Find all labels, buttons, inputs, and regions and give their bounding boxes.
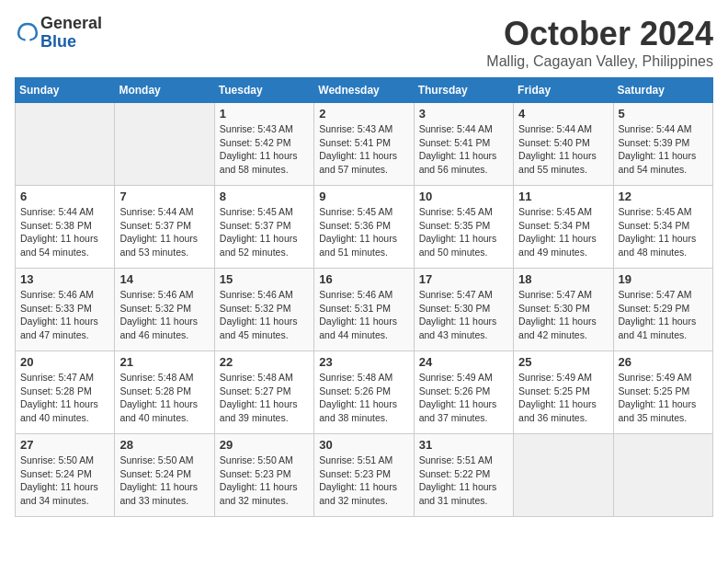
day-info: Sunrise: 5:46 AM Sunset: 5:31 PM Dayligh… (319, 288, 408, 342)
logo-general-text: General (40, 14, 102, 32)
column-header-tuesday: Tuesday (214, 78, 313, 103)
day-info: Sunrise: 5:44 AM Sunset: 5:37 PM Dayligh… (119, 205, 209, 259)
calendar-cell: 2Sunrise: 5:43 AM Sunset: 5:41 PM Daylig… (314, 103, 414, 186)
calendar-cell: 5Sunrise: 5:44 AM Sunset: 5:39 PM Daylig… (613, 103, 712, 186)
calendar-cell: 20Sunrise: 5:47 AM Sunset: 5:28 PM Dayli… (16, 351, 115, 434)
day-info: Sunrise: 5:47 AM Sunset: 5:30 PM Dayligh… (518, 288, 608, 342)
calendar-cell: 26Sunrise: 5:49 AM Sunset: 5:25 PM Dayli… (613, 351, 712, 434)
column-header-monday: Monday (115, 78, 214, 103)
month-title: October 2024 (486, 15, 713, 53)
day-info: Sunrise: 5:49 AM Sunset: 5:26 PM Dayligh… (419, 371, 508, 425)
day-info: Sunrise: 5:45 AM Sunset: 5:34 PM Dayligh… (518, 205, 608, 259)
day-info: Sunrise: 5:49 AM Sunset: 5:25 PM Dayligh… (619, 371, 708, 425)
day-info: Sunrise: 5:45 AM Sunset: 5:35 PM Dayligh… (419, 205, 508, 259)
logo-blue-text: Blue (40, 32, 76, 51)
calendar-cell: 16Sunrise: 5:46 AM Sunset: 5:31 PM Dayli… (314, 269, 414, 351)
calendar-cell: 14Sunrise: 5:46 AM Sunset: 5:32 PM Dayli… (115, 269, 214, 351)
calendar-cell: 4Sunrise: 5:44 AM Sunset: 5:40 PM Daylig… (514, 103, 613, 186)
day-number: 16 (319, 272, 408, 286)
day-number: 31 (419, 438, 508, 452)
day-info: Sunrise: 5:48 AM Sunset: 5:27 PM Dayligh… (220, 371, 309, 425)
calendar-cell: 13Sunrise: 5:46 AM Sunset: 5:33 PM Dayli… (16, 269, 115, 351)
calendar-cell (613, 434, 712, 517)
logo-icon (17, 20, 39, 42)
column-header-saturday: Saturday (613, 78, 712, 103)
calendar-cell: 11Sunrise: 5:45 AM Sunset: 5:34 PM Dayli… (514, 186, 613, 269)
week-row-2: 6Sunrise: 5:44 AM Sunset: 5:38 PM Daylig… (16, 186, 713, 269)
calendar-cell: 12Sunrise: 5:45 AM Sunset: 5:34 PM Dayli… (613, 186, 712, 269)
day-number: 9 (319, 190, 408, 203)
day-info: Sunrise: 5:45 AM Sunset: 5:36 PM Dayligh… (319, 205, 408, 259)
logo: General Blue (15, 15, 102, 52)
location-subtitle: Mallig, Cagayan Valley, Philippines (486, 53, 713, 70)
calendar-cell: 27Sunrise: 5:50 AM Sunset: 5:24 PM Dayli… (16, 434, 115, 517)
day-number: 20 (20, 355, 109, 369)
calendar-cell: 7Sunrise: 5:44 AM Sunset: 5:37 PM Daylig… (115, 186, 214, 269)
week-row-3: 13Sunrise: 5:46 AM Sunset: 5:33 PM Dayli… (16, 269, 713, 351)
day-number: 21 (119, 355, 209, 369)
calendar-header-row: SundayMondayTuesdayWednesdayThursdayFrid… (16, 78, 713, 103)
column-header-sunday: Sunday (16, 78, 115, 103)
title-block: October 2024 Mallig, Cagayan Valley, Phi… (486, 15, 713, 70)
day-info: Sunrise: 5:51 AM Sunset: 5:22 PM Dayligh… (419, 454, 508, 508)
day-info: Sunrise: 5:45 AM Sunset: 5:34 PM Dayligh… (619, 205, 708, 259)
calendar-cell: 9Sunrise: 5:45 AM Sunset: 5:36 PM Daylig… (314, 186, 414, 269)
day-number: 1 (220, 107, 309, 121)
calendar-cell: 23Sunrise: 5:48 AM Sunset: 5:26 PM Dayli… (314, 351, 414, 434)
calendar-cell: 25Sunrise: 5:49 AM Sunset: 5:25 PM Dayli… (514, 351, 613, 434)
column-header-friday: Friday (514, 78, 613, 103)
calendar-cell: 17Sunrise: 5:47 AM Sunset: 5:30 PM Dayli… (414, 269, 513, 351)
day-info: Sunrise: 5:50 AM Sunset: 5:24 PM Dayligh… (20, 454, 109, 508)
calendar-cell: 24Sunrise: 5:49 AM Sunset: 5:26 PM Dayli… (414, 351, 513, 434)
calendar-cell: 28Sunrise: 5:50 AM Sunset: 5:24 PM Dayli… (115, 434, 214, 517)
day-info: Sunrise: 5:49 AM Sunset: 5:25 PM Dayligh… (518, 371, 608, 425)
column-header-thursday: Thursday (414, 78, 513, 103)
page-header: General Blue October 2024 Mallig, Cagaya… (15, 15, 713, 70)
day-number: 22 (220, 355, 309, 369)
day-info: Sunrise: 5:48 AM Sunset: 5:28 PM Dayligh… (119, 371, 209, 425)
calendar-cell: 1Sunrise: 5:43 AM Sunset: 5:42 PM Daylig… (214, 103, 313, 186)
day-number: 6 (20, 190, 109, 203)
day-number: 25 (518, 355, 608, 369)
day-info: Sunrise: 5:50 AM Sunset: 5:23 PM Dayligh… (220, 454, 309, 508)
calendar-table: SundayMondayTuesdayWednesdayThursdayFrid… (15, 77, 713, 517)
calendar-cell: 8Sunrise: 5:45 AM Sunset: 5:37 PM Daylig… (214, 186, 313, 269)
day-number: 19 (619, 272, 708, 286)
calendar-cell: 29Sunrise: 5:50 AM Sunset: 5:23 PM Dayli… (214, 434, 313, 517)
day-number: 28 (119, 438, 209, 452)
day-info: Sunrise: 5:50 AM Sunset: 5:24 PM Dayligh… (119, 454, 209, 508)
day-info: Sunrise: 5:43 AM Sunset: 5:42 PM Dayligh… (220, 122, 309, 177)
calendar-cell: 10Sunrise: 5:45 AM Sunset: 5:35 PM Dayli… (414, 186, 513, 269)
day-info: Sunrise: 5:46 AM Sunset: 5:33 PM Dayligh… (20, 288, 109, 342)
calendar-cell (115, 103, 214, 186)
calendar-cell (514, 434, 613, 517)
day-number: 15 (220, 272, 309, 286)
day-info: Sunrise: 5:43 AM Sunset: 5:41 PM Dayligh… (319, 122, 408, 177)
calendar-cell: 30Sunrise: 5:51 AM Sunset: 5:23 PM Dayli… (314, 434, 414, 517)
day-number: 13 (20, 272, 109, 286)
day-info: Sunrise: 5:44 AM Sunset: 5:38 PM Dayligh… (20, 205, 109, 259)
day-info: Sunrise: 5:45 AM Sunset: 5:37 PM Dayligh… (220, 205, 309, 259)
day-info: Sunrise: 5:46 AM Sunset: 5:32 PM Dayligh… (220, 288, 309, 342)
day-number: 18 (518, 272, 608, 286)
day-number: 30 (319, 438, 408, 452)
calendar-body: 1Sunrise: 5:43 AM Sunset: 5:42 PM Daylig… (16, 103, 713, 517)
day-number: 10 (419, 190, 508, 203)
day-info: Sunrise: 5:47 AM Sunset: 5:29 PM Dayligh… (619, 288, 708, 342)
day-number: 8 (220, 190, 309, 203)
day-number: 11 (518, 190, 608, 203)
calendar-cell (16, 103, 115, 186)
day-info: Sunrise: 5:44 AM Sunset: 5:41 PM Dayligh… (419, 122, 508, 177)
day-number: 3 (419, 107, 508, 121)
calendar-cell: 3Sunrise: 5:44 AM Sunset: 5:41 PM Daylig… (414, 103, 513, 186)
day-number: 7 (119, 190, 209, 203)
day-info: Sunrise: 5:47 AM Sunset: 5:28 PM Dayligh… (20, 371, 109, 425)
day-number: 2 (319, 107, 408, 121)
day-number: 14 (119, 272, 209, 286)
column-header-wednesday: Wednesday (314, 78, 414, 103)
day-info: Sunrise: 5:51 AM Sunset: 5:23 PM Dayligh… (319, 454, 408, 508)
day-info: Sunrise: 5:48 AM Sunset: 5:26 PM Dayligh… (319, 371, 408, 425)
day-number: 24 (419, 355, 508, 369)
day-info: Sunrise: 5:46 AM Sunset: 5:32 PM Dayligh… (119, 288, 209, 342)
day-number: 5 (619, 107, 708, 121)
